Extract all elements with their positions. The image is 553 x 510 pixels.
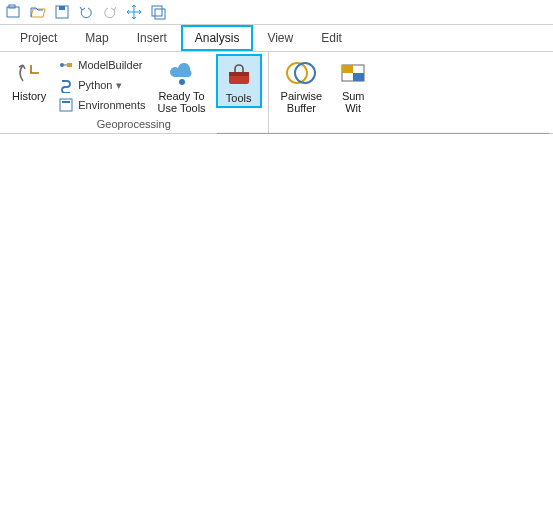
ready-to-use-tools-button[interactable]: Ready To Use Tools [152, 54, 212, 116]
svg-rect-9 [60, 99, 72, 111]
tab-map[interactable]: Map [71, 25, 122, 51]
svg-rect-3 [59, 6, 65, 10]
tab-view[interactable]: View [253, 25, 307, 51]
modelbuilder-icon [58, 57, 74, 73]
tools-label: Tools [226, 92, 252, 104]
toolbox-icon [224, 60, 254, 90]
cloud-icon [167, 58, 197, 88]
ready-label: Ready To Use Tools [158, 90, 206, 114]
redo-icon[interactable] [102, 4, 118, 20]
history-icon [14, 58, 44, 88]
history-button[interactable]: History [6, 54, 52, 104]
python-button[interactable]: Python ▾ [56, 76, 147, 94]
ribbon-group-label: Geoprocessing [6, 117, 262, 131]
svg-rect-10 [62, 101, 70, 103]
python-label: Python [78, 79, 112, 91]
environments-button[interactable]: Environments [56, 96, 147, 114]
svg-rect-17 [342, 65, 353, 73]
svg-rect-4 [152, 6, 162, 16]
environments-icon [58, 97, 74, 113]
ribbon-tabs: Project Map Insert Analysis View Edit [0, 25, 553, 52]
pairwise-buffer-button[interactable]: Pairwise Buffer [275, 54, 329, 116]
summarize-within-button[interactable]: Sum Wit [332, 54, 374, 116]
modelbuilder-label: ModelBuilder [78, 59, 142, 71]
ribbon-group-geoprocessing: History ModelBuilder Python ▾ Environmen… [0, 52, 269, 133]
project-icon[interactable] [6, 4, 22, 20]
tab-project[interactable]: Project [6, 25, 71, 51]
ribbon-body: History ModelBuilder Python ▾ Environmen… [0, 52, 553, 134]
pairwise-label: Pairwise Buffer [281, 90, 323, 114]
chevron-down-icon: ▾ [116, 79, 122, 92]
svg-rect-18 [353, 73, 364, 81]
svg-point-11 [179, 79, 185, 85]
tab-insert[interactable]: Insert [123, 25, 181, 51]
pan-icon[interactable] [126, 4, 142, 20]
svg-rect-13 [229, 72, 249, 76]
python-icon [58, 77, 74, 93]
geoprocessing-pane: Geoprocessing ⌄ ▫ ✕ 🔍 ✕ ▾ Extract Data F… [217, 133, 549, 134]
save-icon[interactable] [54, 4, 70, 20]
svg-point-6 [60, 63, 64, 67]
svg-rect-7 [67, 63, 72, 67]
summarize-label: Sum Wit [342, 90, 365, 114]
environments-label: Environments [78, 99, 145, 111]
modelbuilder-button[interactable]: ModelBuilder [56, 56, 147, 74]
ribbon-group-tools: Pairwise Buffer Sum Wit [269, 52, 381, 133]
select-icon[interactable] [150, 4, 166, 20]
svg-rect-5 [155, 9, 165, 19]
quick-access-toolbar [0, 0, 553, 25]
history-label: History [12, 90, 46, 102]
tools-button[interactable]: Tools [216, 54, 262, 108]
tab-edit[interactable]: Edit [307, 25, 356, 51]
undo-icon[interactable] [78, 4, 94, 20]
tab-analysis[interactable]: Analysis [181, 25, 254, 51]
summarize-icon [338, 58, 368, 88]
open-icon[interactable] [30, 4, 46, 20]
buffer-icon [286, 58, 316, 88]
